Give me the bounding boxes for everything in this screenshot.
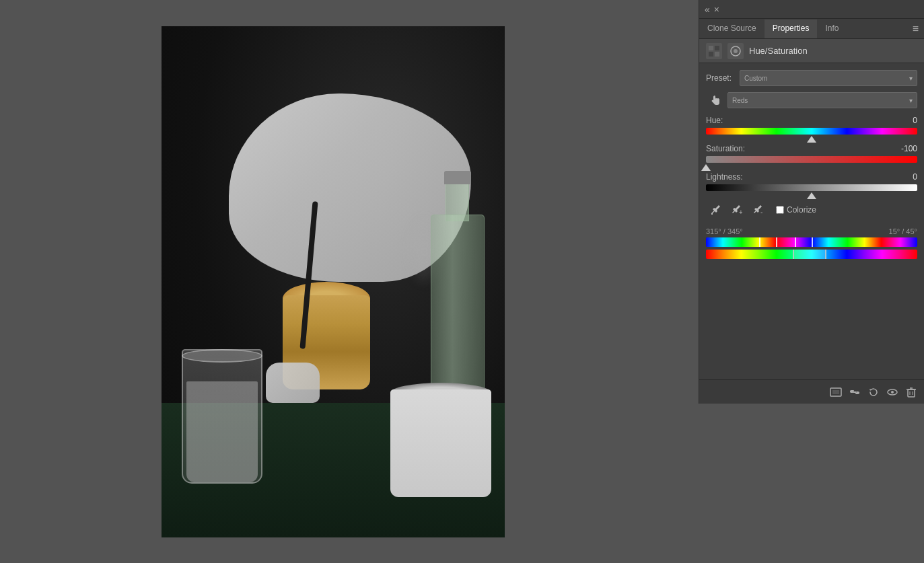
lightness-thumb[interactable] (807, 192, 816, 199)
svg-rect-1 (715, 46, 719, 50)
bottle (431, 181, 485, 416)
hue-value: 0 (894, 116, 917, 125)
saturation-track[interactable] (706, 156, 917, 163)
channel-dropdown-arrow: ▾ (909, 97, 913, 104)
visibility-icon[interactable] (886, 386, 898, 398)
range-indicator-3 (795, 237, 796, 247)
preset-row: Preset: Custom ▾ (706, 70, 917, 86)
svg-rect-0 (709, 46, 713, 50)
lightness-label: Lightness: (706, 172, 743, 182)
white-mug (390, 383, 491, 497)
range-left-label: 315° / 345° (706, 227, 743, 235)
tab-info[interactable]: Info (817, 20, 847, 38)
range-section: 315° / 345° 15° / 45° (706, 227, 917, 259)
close-icon[interactable]: × (714, 4, 719, 15)
clear-glass (182, 342, 262, 484)
delete-icon[interactable] (905, 386, 917, 398)
panel-menu-icon[interactable]: ≡ (913, 23, 919, 35)
channel-hand-icon[interactable] (706, 91, 723, 109)
canvas-area (0, 0, 666, 563)
svg-rect-6 (711, 213, 713, 215)
hue-label: Hue: (706, 116, 723, 125)
range-indicator-2 (776, 237, 777, 247)
panel-tabs: Clone Source Properties Info ≡ (699, 19, 924, 39)
panel-header-icons: « × (705, 4, 719, 15)
svg-rect-3 (715, 52, 719, 57)
lightness-value: 0 (894, 172, 917, 182)
properties-panel: « × Clone Source Properties Info ≡ Hue/S… (699, 0, 924, 404)
svg-rect-15 (908, 389, 915, 397)
collapse-icon[interactable]: « (705, 4, 710, 15)
colorize-text: Colorize (787, 205, 816, 215)
tab-clone-source[interactable]: Clone Source (699, 20, 765, 38)
lightness-slider-row: Lightness: 0 (706, 172, 917, 191)
hue-thumb[interactable] (807, 136, 816, 143)
svg-rect-10 (832, 390, 839, 394)
range-right-label: 15° / 45° (889, 227, 917, 235)
selection-range (793, 250, 826, 259)
saturation-value: -100 (894, 144, 917, 153)
adj-layer-icon (706, 43, 722, 59)
hue-slider-row: Hue: 0 (706, 116, 917, 135)
range-labels: 315° / 345° 15° / 45° (706, 227, 917, 235)
eyedropper-button[interactable] (706, 200, 725, 219)
svg-text:-: - (760, 209, 762, 215)
lightness-slider-header: Lightness: 0 (706, 172, 917, 182)
hand (266, 363, 320, 403)
saturation-slider-row: Saturation: -100 (706, 144, 917, 163)
tab-properties[interactable]: Properties (765, 20, 818, 38)
color-range-bar[interactable] (706, 237, 917, 247)
adjustment-title: Hue/Saturation (749, 46, 808, 56)
preset-label: Preset: (706, 73, 740, 83)
panel-header: « × (699, 0, 924, 19)
tools-row: + - Colorize (706, 200, 917, 219)
preset-dropdown[interactable]: Custom ▾ (740, 70, 917, 86)
lightness-track[interactable] (706, 184, 917, 191)
channel-row: Reds ▾ (706, 91, 917, 109)
chain-icon[interactable] (849, 386, 861, 398)
svg-rect-2 (709, 52, 713, 57)
full-spectrum-bar[interactable] (706, 250, 917, 259)
channel-value: Reds (732, 97, 748, 104)
svg-text:+: + (739, 209, 742, 215)
mask-icon[interactable] (830, 386, 842, 398)
panel-footer (699, 379, 924, 404)
svg-point-14 (891, 391, 894, 393)
hue-track[interactable] (706, 128, 917, 135)
preset-value: Custom (744, 75, 767, 82)
colorize-checkbox[interactable] (776, 206, 784, 214)
saturation-slider-header: Saturation: -100 (706, 144, 917, 153)
svg-point-5 (734, 49, 738, 53)
range-indicator-1 (759, 237, 760, 247)
range-indicator-4 (812, 237, 813, 247)
eyedropper-add-button[interactable]: + (727, 200, 746, 219)
adj-hue-icon (727, 43, 744, 59)
preset-dropdown-arrow: ▾ (909, 75, 913, 82)
hue-slider-header: Hue: 0 (706, 116, 917, 125)
photo-canvas (162, 26, 505, 537)
colorize-label[interactable]: Colorize (776, 205, 816, 215)
panel-body: Preset: Custom ▾ Reds ▾ Hue: 0 (699, 63, 924, 271)
reset-icon[interactable] (867, 386, 880, 398)
adjustment-title-bar: Hue/Saturation (699, 39, 924, 63)
saturation-thumb[interactable] (701, 164, 711, 171)
eyedropper-subtract-button[interactable]: - (749, 200, 768, 219)
channel-dropdown[interactable]: Reds ▾ (727, 92, 917, 108)
saturation-label: Saturation: (706, 144, 745, 153)
